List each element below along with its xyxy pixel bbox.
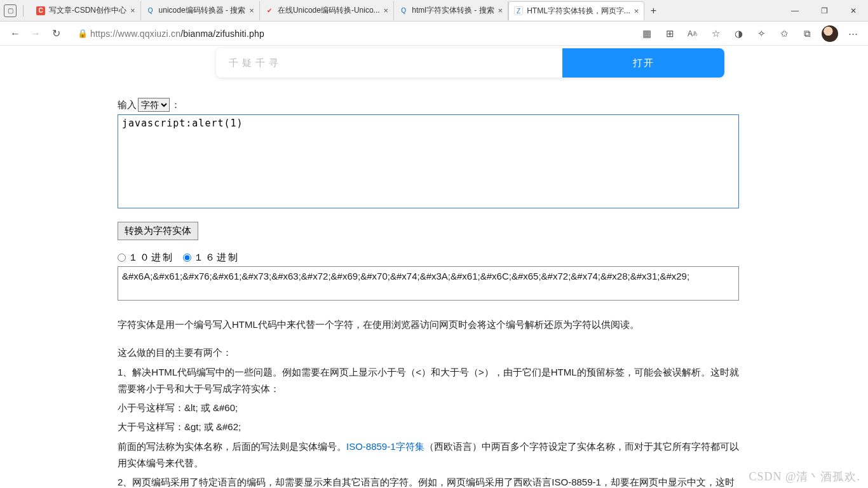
radix-radio-row: １０进制 １６进制 bbox=[118, 252, 740, 264]
close-window-button[interactable]: ✕ bbox=[839, 0, 868, 22]
desc-p6: 前面的写法称为实体名称，后面的写法则是实体编号。ISO-8859-1字符集（西欧… bbox=[118, 438, 740, 472]
browser-toolbar: ← → ↻ 🔒 https://www.qqxiuzi.cn/bianma/zi… bbox=[0, 22, 868, 46]
minimize-button[interactable]: — bbox=[780, 0, 810, 22]
window-controls: — ❐ ✕ bbox=[780, 0, 868, 22]
check-icon: ✔ bbox=[265, 6, 274, 15]
favorite-icon[interactable]: ☆ bbox=[705, 24, 726, 44]
input-label: 输入 bbox=[118, 99, 137, 111]
tab-title: HTML字符实体转换，网页字... bbox=[527, 6, 630, 17]
close-icon[interactable]: × bbox=[130, 6, 135, 15]
search-icon: Q bbox=[399, 6, 408, 15]
close-icon[interactable]: × bbox=[498, 6, 503, 15]
menu-icon[interactable]: ⋯ bbox=[843, 24, 863, 44]
radio-hex[interactable]: １６进制 bbox=[183, 252, 240, 264]
desc-p4: 小于号这样写：&lt; 或 &#60; bbox=[118, 400, 740, 416]
close-icon[interactable]: × bbox=[249, 6, 254, 15]
tab-title: unicode编码转换器 - 搜索 bbox=[159, 5, 246, 16]
lock-icon: 🔒 bbox=[75, 29, 90, 38]
input-row: 输入 字符 ： bbox=[118, 98, 740, 112]
maximize-button[interactable]: ❐ bbox=[810, 0, 839, 22]
browser-titlebar: ▢ C 写文章-CSDN创作中心 × Q unicode编码转换器 - 搜索 ×… bbox=[0, 0, 868, 22]
tab-title: 在线Unicode编码转换-Unico... bbox=[278, 5, 380, 16]
colon: ： bbox=[171, 99, 180, 111]
ad-open-button[interactable]: 打开 bbox=[562, 48, 724, 78]
new-tab-button[interactable]: + bbox=[644, 5, 662, 17]
input-type-select[interactable]: 字符 bbox=[138, 98, 170, 112]
url-host: https://www.qqxiuzi.cn bbox=[90, 29, 180, 39]
iso-link[interactable]: ISO-8859-1字符集 bbox=[346, 441, 424, 452]
collections-icon[interactable]: ⧉ bbox=[797, 24, 817, 44]
desc-p3: 1、解决HTML代码编写中的一些问题。例如需要在网页上显示小于号（<）和大于号（… bbox=[118, 364, 740, 398]
desc-p2: 这么做的目的主要有两个： bbox=[118, 344, 740, 361]
ad-card: 千疑千寻 打开 bbox=[216, 48, 724, 78]
desc-p7: 2、网页编码采用了特定语言的编码，却需要显示来自其它语言的字符。例如，网页编码采… bbox=[118, 474, 740, 488]
close-icon[interactable]: × bbox=[384, 6, 389, 15]
shopping-icon[interactable]: ▦ bbox=[637, 24, 657, 44]
apps-icon[interactable]: ⊞ bbox=[660, 24, 680, 44]
tab-overview-icon[interactable]: ▢ bbox=[4, 4, 17, 17]
radio-decimal[interactable]: １０进制 bbox=[118, 252, 174, 264]
desc-p1: 字符实体是用一个编号写入HTML代码中来代替一个字符，在使用浏览器访问网页时会将… bbox=[118, 316, 740, 333]
forward-button[interactable]: → bbox=[25, 24, 46, 44]
ad-placeholder[interactable]: 千疑千寻 bbox=[216, 57, 562, 69]
tab-csdn[interactable]: C 写文章-CSDN创作中心 × bbox=[31, 1, 141, 20]
tab-search-unicode[interactable]: Q unicode编码转换器 - 搜索 × bbox=[141, 1, 260, 20]
close-icon[interactable]: × bbox=[634, 6, 639, 16]
tab-strip: C 写文章-CSDN创作中心 × Q unicode编码转换器 - 搜索 × ✔… bbox=[26, 0, 780, 21]
extension-2-icon[interactable]: ✧ bbox=[751, 24, 771, 44]
profile-avatar[interactable] bbox=[820, 24, 840, 44]
refresh-button[interactable]: ↻ bbox=[46, 24, 66, 44]
tab-entity-tool[interactable]: Z HTML字符实体转换，网页字... × bbox=[508, 1, 644, 20]
tab-unicode-tool[interactable]: ✔ 在线Unicode编码转换-Unico... × bbox=[260, 1, 394, 20]
site-icon: Z bbox=[514, 6, 523, 15]
watermark: CSDN @清丶酒孤欢. bbox=[749, 469, 860, 484]
tab-title: html字符实体转换 - 搜索 bbox=[412, 5, 494, 16]
text-size-icon[interactable]: Aあ bbox=[682, 24, 703, 44]
extension-1-icon[interactable]: ◑ bbox=[728, 24, 749, 44]
url-path: /bianma/zifushiti.php bbox=[180, 29, 264, 39]
tab-title: 写文章-CSDN创作中心 bbox=[49, 5, 126, 16]
desc-p5: 大于号这样写：&gt; 或 &#62; bbox=[118, 419, 740, 435]
convert-button[interactable]: 转换为字符实体 bbox=[118, 222, 198, 240]
separator bbox=[23, 5, 24, 17]
description: 字符实体是用一个编号写入HTML代码中来代替一个字符，在使用浏览器访问网页时会将… bbox=[118, 316, 740, 488]
search-icon: Q bbox=[146, 6, 155, 15]
csdn-icon: C bbox=[36, 6, 45, 15]
page-content: 千疑千寻 打开 输入 字符 ： 转换为字符实体 １０进制 １６进制 字符实体是用… bbox=[0, 46, 868, 488]
tab-search-entity[interactable]: Q html字符实体转换 - 搜索 × bbox=[394, 1, 508, 20]
favorites-bar-icon[interactable]: ✩ bbox=[774, 24, 794, 44]
address-bar[interactable]: 🔒 https://www.qqxiuzi.cn/bianma/zifushit… bbox=[75, 24, 632, 43]
output-textarea[interactable] bbox=[118, 266, 739, 301]
input-textarea[interactable] bbox=[118, 114, 739, 208]
back-button[interactable]: ← bbox=[5, 24, 25, 44]
